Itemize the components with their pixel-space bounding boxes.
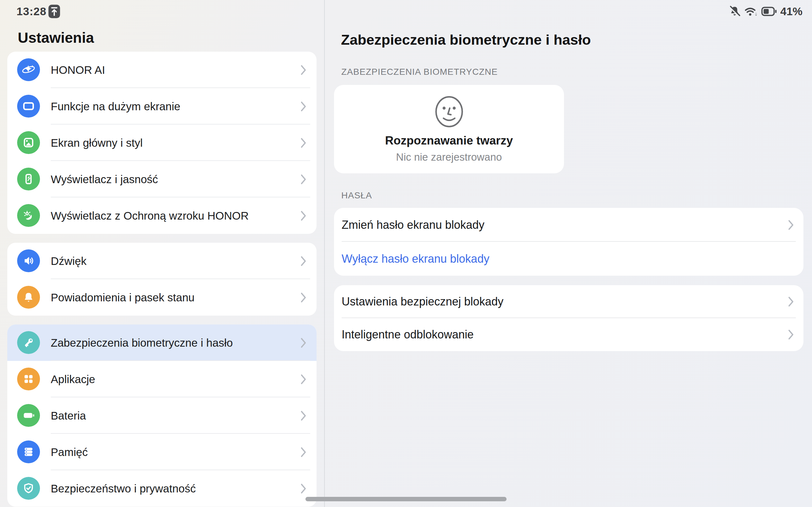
home-indicator-bar[interactable] [305, 497, 507, 501]
sidebar-item-security-password[interactable]: Zabezpieczenia biometryczne i hasło [7, 325, 316, 361]
sidebar-list: HONOR AIFunkcje na dużym ekranieEkran gł… [7, 52, 316, 507]
section-header-biometrics: ZABEZPIECZENIA BIOMETRYCZNE [341, 67, 498, 77]
chevron-right-icon [300, 173, 307, 185]
sidebar-item-label: Ekran główny i styl [51, 136, 143, 149]
sidebar-card: Zabezpieczenia biometryczne i hasłoAplik… [7, 325, 316, 507]
settings-row[interactable]: Zmień hasło ekranu blokady [334, 208, 803, 242]
sidebar-item-label: Aplikacje [51, 373, 95, 386]
chevron-right-icon [300, 373, 307, 385]
row-label: Inteligentne odblokowanie [342, 328, 473, 341]
content-title: Zabezpieczenia biometryczne i hasło [341, 32, 591, 48]
settings-row[interactable]: Ustawienia bezpiecznej blokady [334, 285, 803, 318]
large-screen-icon [17, 95, 40, 118]
sidebar-item-label: Bateria [51, 409, 86, 422]
battery-icon [17, 404, 40, 427]
sidebar-item-apps[interactable]: Aplikacje [7, 361, 316, 397]
honor-ai-icon [17, 58, 40, 81]
chevron-right-icon [300, 410, 307, 422]
sidebar: Ustawienia HONOR AIFunkcje na dużym ekra… [0, 0, 325, 507]
chevron-right-icon [300, 291, 307, 303]
settings-row[interactable]: Wyłącz hasło ekranu blokady [334, 242, 803, 276]
secure-lock-card: Ustawienia bezpiecznej blokadyInteligent… [334, 285, 803, 351]
display-brightness-icon [17, 168, 40, 190]
chevron-right-icon [300, 483, 307, 495]
sidebar-item-display-brightness[interactable]: Wyświetlacz i jasność [7, 161, 316, 198]
sidebar-item-battery[interactable]: Bateria [7, 397, 316, 434]
chevron-right-icon [300, 255, 307, 267]
sidebar-item-label: Funkcje na dużym ekranie [51, 100, 181, 113]
security-password-icon [17, 331, 40, 354]
row-label: Zmień hasło ekranu blokady [342, 218, 484, 232]
sidebar-item-privacy[interactable]: Bezpieczeństwo i prywatność [7, 470, 316, 507]
privacy-icon [17, 477, 40, 500]
sidebar-card: DźwiękPowiadomienia i pasek stanu [7, 243, 316, 316]
chevron-right-icon [787, 219, 795, 231]
sidebar-item-label: Dźwięk [51, 255, 87, 268]
content-panel: Zabezpieczenia biometryczne i hasło ZABE… [325, 0, 812, 507]
storage-icon [17, 441, 40, 463]
sidebar-item-notifications[interactable]: Powiadomienia i pasek stanu [7, 279, 316, 316]
sidebar-item-label: Powiadomienia i pasek stanu [51, 291, 194, 304]
face-recognition-card[interactable]: Rozpoznawanie twarzy Nic nie zarejestrow… [334, 85, 564, 173]
face-recognition-title: Rozpoznawanie twarzy [385, 134, 513, 147]
sidebar-item-label: Wyświetlacz z Ochroną wzroku HONOR [51, 210, 249, 222]
sound-icon [17, 249, 40, 272]
sidebar-item-large-screen[interactable]: Funkcje na dużym ekranie [7, 88, 316, 124]
chevron-right-icon [300, 337, 307, 349]
row-label: Ustawienia bezpiecznej blokady [342, 295, 503, 308]
settings-row[interactable]: Inteligentne odblokowanie [334, 318, 803, 351]
sidebar-item-eye-comfort[interactable]: Wyświetlacz z Ochroną wzroku HONOR [7, 198, 316, 234]
sidebar-card: HONOR AIFunkcje na dużym ekranieEkran gł… [7, 52, 316, 234]
sidebar-item-storage[interactable]: Pamięć [7, 434, 316, 470]
sidebar-item-label: Pamięć [51, 446, 88, 458]
chevron-right-icon [300, 137, 307, 149]
chevron-right-icon [787, 296, 795, 308]
sidebar-item-sound[interactable]: Dźwięk [7, 243, 316, 279]
chevron-right-icon [300, 64, 307, 76]
page-title: Ustawienia [18, 29, 94, 46]
sidebar-item-honor-ai[interactable]: HONOR AI [7, 52, 316, 88]
chevron-right-icon [300, 210, 307, 222]
home-style-icon [17, 131, 40, 154]
face-outline-icon [434, 95, 464, 128]
sidebar-item-label: HONOR AI [51, 64, 105, 76]
apps-icon [17, 368, 40, 390]
password-card: Zmień hasło ekranu blokadyWyłącz hasło e… [334, 208, 803, 276]
section-header-passwords: HASŁA [341, 190, 372, 201]
link-label: Wyłącz hasło ekranu blokady [342, 252, 490, 266]
sidebar-item-label: Wyświetlacz i jasność [51, 173, 158, 186]
sidebar-item-label: Bezpieczeństwo i prywatność [51, 482, 196, 495]
chevron-right-icon [787, 329, 795, 341]
chevron-right-icon [300, 446, 307, 458]
sidebar-item-home-style[interactable]: Ekran główny i styl [7, 124, 316, 161]
face-recognition-status: Nic nie zarejestrowano [396, 151, 502, 163]
eye-comfort-icon [17, 204, 40, 227]
chevron-right-icon [300, 101, 307, 112]
notifications-icon [17, 286, 40, 308]
sidebar-item-label: Zabezpieczenia biometryczne i hasło [51, 337, 233, 349]
settings-app: 13:28 [0, 0, 812, 507]
